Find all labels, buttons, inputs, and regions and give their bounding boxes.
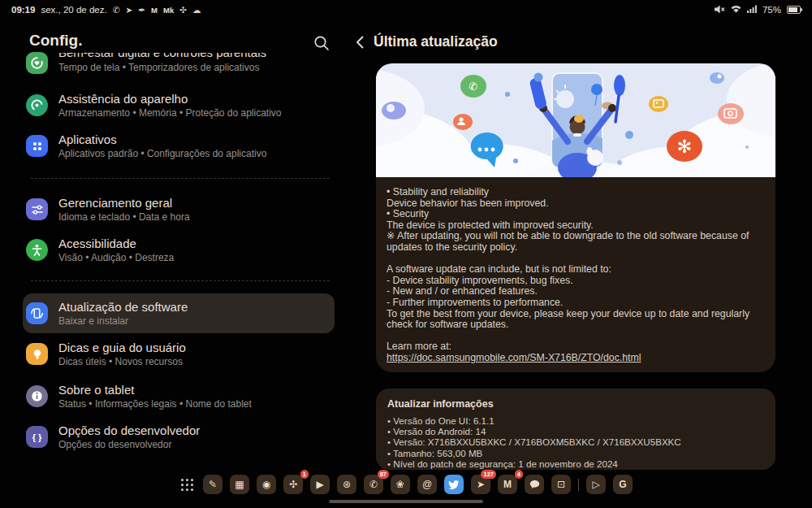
desc-line: - New and / or enhanced features. — [387, 286, 764, 297]
apps-icon — [26, 135, 48, 157]
threads-app-icon[interactable]: @ — [417, 475, 437, 494]
detail-title: Última atualização — [374, 33, 498, 50]
settings-window: 09:19 sex., 20 de dez. ✆ ➤ ✒ M Mk ✣ ☁ 75… — [0, 0, 812, 508]
desc-line: Device behavior has been improved. — [387, 198, 764, 210]
item-subtitle: Baixar e instalar — [58, 315, 188, 327]
clock: 09:19 — [11, 5, 35, 15]
battery-icon — [787, 6, 801, 14]
sidebar-item-digital-wellbeing[interactable]: Bem-estar digital e controles parentais … — [26, 52, 333, 74]
item-subtitle: Dicas úteis • Novos recursos — [58, 356, 186, 367]
gmail-app-icon[interactable]: M4 — [498, 475, 517, 494]
back-icon[interactable] — [352, 34, 369, 50]
home-indicator[interactable] — [329, 500, 483, 503]
info-size: • Tamanho: 563,00 MB — [387, 448, 764, 458]
whatsapp-notification-icon: ✆ — [113, 6, 120, 15]
item-subtitle: Opções do desenvolvedor — [58, 439, 200, 450]
telegram-notification-icon: ➤ — [125, 6, 132, 15]
item-subtitle: Idioma e teclado • Data e hora — [58, 211, 190, 223]
page-title: Config. — [29, 32, 82, 50]
item-title: Atualização de software — [58, 300, 188, 314]
update-info-title: Atualizar informações — [387, 398, 764, 410]
play-store-app-icon[interactable]: ▷ — [586, 475, 606, 494]
info-build-version: • Versão: X716BXXU5BXKC / X716BOXM5BXKC … — [387, 436, 764, 447]
taskbar-divider — [578, 479, 579, 491]
about-tablet-icon — [26, 385, 48, 407]
info-security-patch: • Nível do patch de segurança: 1 de nove… — [387, 458, 764, 469]
notification-badge: 1 — [300, 470, 309, 479]
sidebar-item-apps[interactable]: Aplicativos Aplicativos padrão • Configu… — [26, 132, 333, 159]
desc-line: To get the best from your device, please… — [387, 309, 764, 331]
messages-app-icon[interactable] — [525, 475, 544, 494]
digital-wellbeing-icon — [26, 52, 48, 74]
item-subtitle: Armazenamento • Memória • Proteção do ap… — [58, 107, 282, 119]
item-title: Aplicativos — [58, 132, 266, 146]
general-management-icon — [26, 198, 48, 220]
notification-badge: 4 — [515, 470, 523, 479]
status-bar: 09:19 sex., 20 de dez. ✆ ➤ ✒ M Mk ✣ ☁ 75… — [0, 0, 812, 20]
whatsapp-app-icon[interactable]: ✆87 — [364, 475, 383, 494]
item-title: Dicas e guia do usuário — [58, 341, 186, 354]
item-title: Assistência do aparelho — [58, 92, 282, 106]
accessibility-icon — [26, 239, 48, 261]
twitter-app-icon[interactable] — [444, 475, 464, 494]
pinwheel-app-icon[interactable]: ✣1 — [283, 475, 303, 494]
software-update-icon — [26, 302, 48, 324]
notification-badge: 87 — [378, 470, 389, 479]
cloud-notification-icon: ☁ — [192, 6, 201, 15]
desc-line: - Device stability improvements, bug fix… — [387, 276, 764, 287]
desc-line: • Stability and reliability — [387, 187, 764, 198]
item-title: Sobre o tablet — [58, 383, 252, 397]
google-app-icon[interactable]: G — [613, 475, 633, 494]
wifi-icon — [731, 5, 741, 15]
item-subtitle: Visão • Audição • Destreza — [58, 252, 174, 263]
update-illustration: ✆ ✻ — [376, 63, 775, 177]
desc-spacer — [387, 254, 764, 265]
telegram-app-icon[interactable]: ➤127 — [471, 475, 490, 494]
sidebar-item-developer-options[interactable]: { } Opções do desenvolvedor Opções do de… — [26, 423, 333, 450]
sidebar-item-tips[interactable]: Dicas e guia do usuário Dicas úteis • No… — [26, 341, 333, 367]
svg-text:✆: ✆ — [469, 80, 478, 93]
taskbar: ✎ ▦ ◉ ✣1 ▶ ⊛ ✆87 ❀ @ ➤127 M4 ⊡ ▷ G — [0, 472, 812, 497]
sidebar-item-software-update[interactable]: Atualização de software Baixar e instala… — [26, 300, 333, 327]
item-title: Opções do desenvolvedor — [58, 423, 200, 437]
sidebar-item-device-care[interactable]: Assistência do aparelho Armazenamento • … — [26, 92, 333, 119]
sidebar-divider — [31, 178, 330, 179]
item-title: Gerenciamento geral — [58, 196, 190, 210]
update-description-card: ✆ ✻ • Stability and reliability Device b… — [376, 63, 775, 372]
music-app-icon[interactable]: ⊛ — [337, 475, 356, 494]
developer-options-icon: { } — [26, 426, 48, 448]
youtube-app-icon[interactable]: ▶ — [310, 475, 330, 494]
pinwheel-notification-icon: ✣ — [179, 6, 187, 15]
instagram-app-icon[interactable]: ⊡ — [551, 475, 571, 494]
tips-icon — [26, 343, 48, 365]
item-subtitle: Status • Informações legais • Nome do ta… — [58, 398, 252, 410]
chrome-app-icon[interactable]: ◉ — [257, 475, 276, 494]
app-drawer-button[interactable] — [179, 476, 196, 493]
info-one-ui-version: • Versão do One UI: 6.1.1 — [387, 415, 764, 426]
gmail-notification-icon: M — [151, 6, 158, 15]
mk-notification-icon: Mk — [163, 6, 174, 15]
update-info-card: Atualizar informações • Versão do One UI… — [376, 389, 775, 470]
desc-line: The device is protected with improved se… — [387, 220, 764, 232]
gallery-app-icon[interactable]: ▦ — [230, 475, 249, 494]
update-description: • Stability and reliability Device behav… — [376, 177, 775, 364]
desc-line: ※ After updating, you will not be able t… — [387, 231, 764, 253]
sidebar-item-general-management[interactable]: Gerenciamento geral Idioma e teclado • D… — [26, 196, 333, 223]
mute-icon — [715, 5, 725, 15]
sidebar-item-about-tablet[interactable]: Sobre o tablet Status • Informações lega… — [26, 383, 333, 410]
learn-more-link[interactable]: https://doc.samsungmobile.com/SM-X716B/Z… — [387, 352, 641, 363]
sidebar-divider — [31, 280, 330, 281]
desc-line: - Further improvements to performance. — [387, 297, 764, 309]
signal-icon — [747, 5, 757, 15]
device-care-icon — [26, 94, 48, 116]
butterfly-app-icon[interactable]: ❀ — [391, 475, 410, 494]
item-subtitle: Aplicativos padrão • Configurações do ap… — [58, 148, 266, 159]
notes-app-icon[interactable]: ✎ — [203, 475, 222, 494]
sidebar-item-accessibility[interactable]: Acessibilidade Visão • Audição • Destrez… — [26, 237, 333, 263]
pen-notification-icon: ✒ — [138, 6, 145, 15]
notification-badge: 127 — [481, 470, 496, 479]
desc-spacer — [387, 331, 764, 342]
battery-percent: 75% — [762, 5, 781, 15]
search-icon[interactable] — [313, 34, 330, 52]
svg-text:✻: ✻ — [677, 137, 692, 157]
